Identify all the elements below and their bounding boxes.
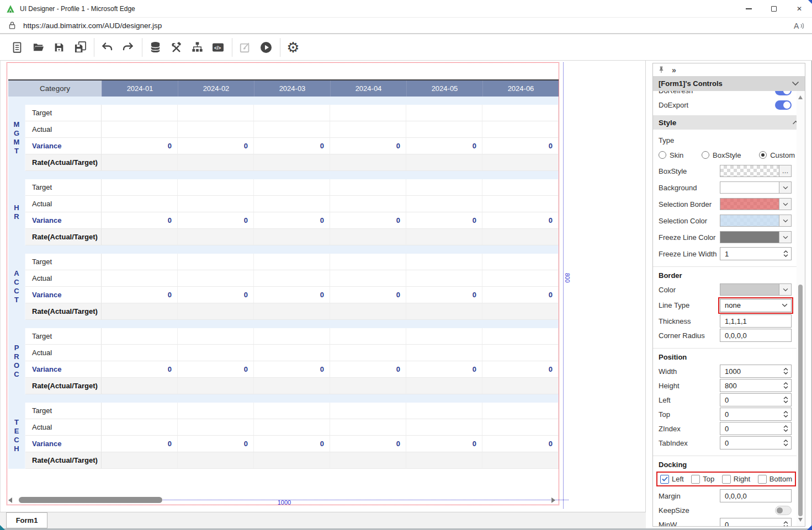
grid-cell[interactable] bbox=[482, 378, 559, 394]
grid-cell[interactable] bbox=[330, 254, 406, 270]
grid-cell[interactable] bbox=[178, 121, 254, 137]
left-input[interactable] bbox=[720, 394, 782, 406]
lock-icon[interactable] bbox=[7, 20, 18, 31]
margin-input[interactable] bbox=[720, 490, 791, 502]
grid-row-label[interactable]: Target bbox=[25, 254, 102, 270]
grid-category-header[interactable]: Category bbox=[8, 81, 102, 97]
grid-cell[interactable]: 0 bbox=[254, 287, 330, 303]
grid-cell[interactable] bbox=[406, 121, 482, 137]
grid-cell[interactable]: 0 bbox=[330, 287, 406, 303]
grid-cell[interactable]: 0 bbox=[406, 212, 482, 228]
grid-cell[interactable] bbox=[482, 452, 559, 468]
panel-header[interactable]: [Form1]'s Controls bbox=[653, 76, 805, 91]
grid-row-label[interactable]: Target bbox=[25, 328, 102, 344]
save-button[interactable] bbox=[51, 39, 67, 56]
freeze-line-width-input[interactable] bbox=[720, 248, 782, 260]
grid-cell[interactable] bbox=[254, 179, 330, 195]
doexport-toggle[interactable] bbox=[775, 100, 792, 110]
code-button[interactable]: </> bbox=[210, 39, 226, 56]
grid-cell[interactable] bbox=[254, 154, 330, 170]
dock-left[interactable]: Left bbox=[660, 475, 684, 484]
spinner[interactable] bbox=[782, 411, 791, 417]
grid-cell[interactable] bbox=[102, 196, 178, 212]
boxstyle-swatch[interactable]: … bbox=[720, 165, 792, 177]
grid-cell[interactable] bbox=[330, 154, 406, 170]
grid-row-label[interactable]: Actual bbox=[25, 345, 102, 361]
grid-cell[interactable] bbox=[406, 270, 482, 286]
grid-cell[interactable]: 0 bbox=[482, 138, 559, 154]
grid-cell[interactable] bbox=[406, 328, 482, 344]
style-section-header[interactable]: Style bbox=[653, 115, 805, 130]
grid-cell[interactable] bbox=[482, 345, 559, 361]
spinner[interactable] bbox=[782, 521, 791, 526]
grid-cell[interactable]: 0 bbox=[178, 436, 254, 452]
new-file-button[interactable] bbox=[9, 39, 25, 56]
grid-cell[interactable]: 0 bbox=[406, 436, 482, 452]
horizontal-scrollbar[interactable] bbox=[7, 496, 559, 504]
grid-cell[interactable] bbox=[178, 452, 254, 468]
pin-icon[interactable] bbox=[657, 66, 665, 74]
radio-icon[interactable] bbox=[702, 151, 709, 159]
grid-cell[interactable]: 0 bbox=[330, 436, 406, 452]
type-radio-custom[interactable]: Custom bbox=[759, 151, 795, 159]
top-input[interactable] bbox=[720, 408, 782, 420]
radio-icon[interactable] bbox=[759, 151, 767, 159]
minw-input[interactable] bbox=[720, 518, 782, 526]
collapse-panel-icon[interactable]: » bbox=[672, 66, 676, 74]
grid-row-label[interactable]: Target bbox=[25, 105, 102, 121]
grid-cell[interactable] bbox=[254, 105, 330, 121]
grid-cell[interactable]: 0 bbox=[482, 436, 559, 452]
grid-cell[interactable] bbox=[330, 378, 406, 394]
grid-cell[interactable]: 0 bbox=[406, 361, 482, 377]
grid-cell[interactable]: 0 bbox=[178, 361, 254, 377]
minimize-button[interactable] bbox=[736, 0, 761, 18]
chevron-down-icon[interactable] bbox=[779, 284, 791, 295]
grid-cell[interactable] bbox=[254, 196, 330, 212]
checkbox-icon[interactable] bbox=[758, 475, 767, 484]
radio-icon[interactable] bbox=[659, 151, 666, 159]
redo-button[interactable] bbox=[120, 39, 136, 56]
grid-row-label[interactable]: Rate(Actual/Target) bbox=[25, 229, 102, 245]
grid-month-header[interactable]: 2024-01 bbox=[102, 81, 178, 97]
grid-cell[interactable] bbox=[406, 452, 482, 468]
line-type-select[interactable]: none bbox=[720, 299, 792, 312]
grid-cell[interactable] bbox=[102, 154, 178, 170]
grid-cell[interactable] bbox=[254, 229, 330, 245]
group-label[interactable]: A C C T bbox=[8, 254, 25, 320]
scroll-right-arrow-icon[interactable] bbox=[551, 497, 555, 503]
grid-cell[interactable] bbox=[102, 378, 178, 394]
dock-right[interactable]: Right bbox=[722, 475, 750, 484]
grid-row-label[interactable]: Actual bbox=[25, 121, 102, 137]
grid-cell[interactable] bbox=[254, 270, 330, 286]
grid-cell[interactable] bbox=[482, 303, 559, 319]
grid-cell[interactable]: 0 bbox=[406, 138, 482, 154]
grid-cell[interactable] bbox=[178, 378, 254, 394]
grid-cell[interactable] bbox=[254, 403, 330, 419]
grid-cell[interactable] bbox=[406, 196, 482, 212]
type-radio-boxstyle[interactable]: BoxStyle bbox=[702, 151, 741, 159]
grid-cell[interactable] bbox=[330, 419, 406, 435]
grid-cell[interactable] bbox=[330, 229, 406, 245]
grid-row-label[interactable]: Variance bbox=[25, 361, 102, 377]
scroll-left-arrow-icon[interactable] bbox=[8, 497, 12, 503]
grid-cell[interactable] bbox=[406, 345, 482, 361]
keepsize-toggle[interactable] bbox=[775, 506, 792, 515]
spinner[interactable] bbox=[782, 425, 791, 432]
grid-cell[interactable] bbox=[406, 419, 482, 435]
grid-cell[interactable] bbox=[330, 452, 406, 468]
grid-cell[interactable] bbox=[482, 154, 559, 170]
grid-cell[interactable] bbox=[406, 229, 482, 245]
chevron-down-icon[interactable] bbox=[779, 199, 791, 210]
grid-cell[interactable]: 0 bbox=[102, 287, 178, 303]
group-label[interactable]: P R O C bbox=[8, 328, 25, 394]
grid-cell[interactable] bbox=[482, 328, 559, 344]
grid-cell[interactable] bbox=[102, 345, 178, 361]
spinner[interactable] bbox=[782, 368, 791, 374]
grid-cell[interactable] bbox=[330, 121, 406, 137]
grid-cell[interactable] bbox=[406, 154, 482, 170]
grid-cell[interactable] bbox=[482, 403, 559, 419]
grid-cell[interactable] bbox=[178, 328, 254, 344]
grid-cell[interactable] bbox=[254, 328, 330, 344]
grid-cell[interactable] bbox=[482, 105, 559, 121]
grid-row-label[interactable]: Variance bbox=[25, 287, 102, 303]
